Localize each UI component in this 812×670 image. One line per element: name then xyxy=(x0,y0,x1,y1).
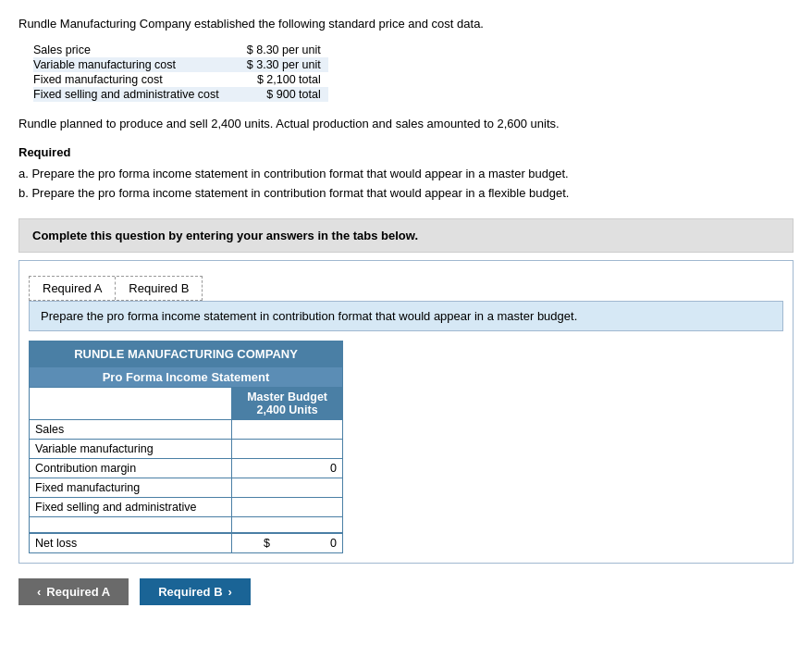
tabs-section: Required A Required B Prepare the pro fo… xyxy=(18,260,794,565)
row-input-2[interactable] xyxy=(272,462,337,475)
row-label-3: Fixed manufacturing xyxy=(30,478,232,497)
tab-a-description: Prepare the pro forma income statement i… xyxy=(29,301,783,331)
instruction-text: Complete this question by entering your … xyxy=(32,229,418,242)
pro-forma-table: RUNDLE MANUFACTURING COMPANY Pro Forma I… xyxy=(29,341,343,554)
row-input-3[interactable] xyxy=(272,481,337,494)
tabs-container: Required A Required B xyxy=(29,276,203,301)
tab-required-a[interactable]: Required A xyxy=(30,277,116,300)
row-value-2[interactable] xyxy=(232,458,343,478)
bottom-nav: ‹ Required A Required B › xyxy=(18,578,794,605)
row-value-4[interactable] xyxy=(232,497,343,516)
intro-paragraph1: Rundle Manufacturing Company established… xyxy=(18,15,794,33)
next-chevron: › xyxy=(228,585,232,599)
tab-a-content: Prepare the pro forma income statement i… xyxy=(19,301,793,564)
row-value-6[interactable]: $ xyxy=(232,533,343,553)
row-input-0[interactable] xyxy=(272,423,337,436)
spacer-value xyxy=(232,516,343,533)
cost-value: $ 3.30 per unit xyxy=(247,57,328,72)
next-button[interactable]: Required B › xyxy=(140,578,251,605)
row-label-1: Variable manufacturing xyxy=(30,439,232,458)
row-input-1[interactable] xyxy=(272,442,337,455)
cost-label: Sales price xyxy=(33,43,247,57)
row-value-3[interactable] xyxy=(232,478,343,497)
statement-title: Pro Forma Income Statement xyxy=(30,366,343,387)
cost-label: Fixed manufacturing cost xyxy=(33,72,247,87)
cost-label: Variable manufacturing cost xyxy=(33,57,247,72)
tab-required-b[interactable]: Required B xyxy=(116,277,202,300)
empty-header-cell xyxy=(30,387,232,419)
prev-chevron: ‹ xyxy=(37,585,41,599)
row-label-0: Sales xyxy=(30,419,232,439)
cost-label: Fixed selling and administrative cost xyxy=(33,87,247,102)
cost-value: $ 900 total xyxy=(247,87,328,102)
cost-data-table: Sales price $ 8.30 per unit Variable man… xyxy=(33,43,328,102)
column-header: Master Budget 2,400 Units xyxy=(232,387,343,419)
prev-button[interactable]: ‹ Required A xyxy=(18,578,129,605)
row-input-6[interactable] xyxy=(272,537,337,550)
required-b-text: b. Prepare the pro forma income statemen… xyxy=(18,184,794,204)
row-value-0[interactable] xyxy=(232,419,343,439)
required-items: a. Prepare the pro forma income statemen… xyxy=(18,165,794,204)
planned-paragraph: Rundle planned to produce and sell 2,400… xyxy=(18,115,794,133)
row-label-6: Net loss xyxy=(30,533,232,553)
cost-value: $ 2,100 total xyxy=(247,72,328,87)
cost-value: $ 8.30 per unit xyxy=(247,43,328,57)
row-label-2: Contribution margin xyxy=(30,458,232,478)
row-label-4: Fixed selling and administrative xyxy=(30,497,232,516)
required-heading: Required xyxy=(18,145,794,159)
instruction-box: Complete this question by entering your … xyxy=(18,218,794,253)
row-value-1[interactable] xyxy=(232,439,343,458)
spacer-label xyxy=(30,516,232,533)
company-name: RUNDLE MANUFACTURING COMPANY xyxy=(30,341,343,366)
required-a-text: a. Prepare the pro forma income statemen… xyxy=(18,165,794,184)
prev-label: Required A xyxy=(46,585,110,599)
row-input-4[interactable] xyxy=(272,501,337,514)
next-label: Required B xyxy=(158,585,222,599)
